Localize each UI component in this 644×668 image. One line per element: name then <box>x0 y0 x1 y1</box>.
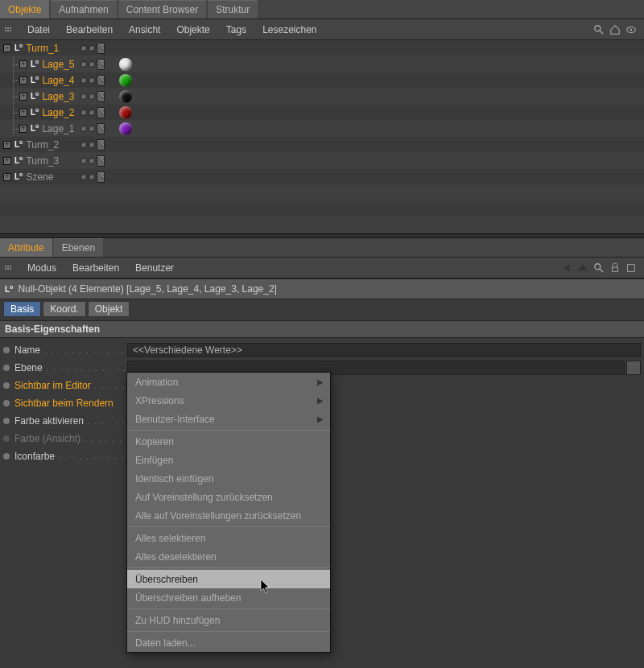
tree-item-label[interactable]: Lage_4 <box>42 75 74 86</box>
material-sphere-icon[interactable] <box>119 122 132 135</box>
eye-icon[interactable] <box>625 24 637 35</box>
up-arrow-icon[interactable] <box>577 262 588 274</box>
render-dot-icon[interactable] <box>89 109 95 116</box>
menu-item-auf-voreinstellung-zur-cksetzen[interactable]: Auf Voreinstellung zurücksetzen <box>127 488 330 506</box>
tree-item-label[interactable]: Turm_1 <box>26 43 59 54</box>
subtab-objekt[interactable]: Objekt <box>88 301 130 317</box>
tree-row[interactable]: +LoTurm_2 <box>0 137 644 153</box>
tree-item-label[interactable]: Turm_2 <box>26 139 59 151</box>
menu-item-animation[interactable]: Animation▶ <box>127 373 330 391</box>
prop-name-field[interactable]: <<Verschiedene Werte>> <box>127 343 641 357</box>
menu-item-daten-laden-[interactable]: Daten laden... <box>127 633 330 652</box>
back-arrow-icon[interactable] <box>561 262 572 274</box>
tab-aufnahmen[interactable]: Aufnahmen <box>51 0 116 19</box>
menu-ansicht[interactable]: Ansicht <box>121 24 168 35</box>
tree-row[interactable]: +LoTurm_3 <box>0 153 644 169</box>
tree-row[interactable]: +LoLage_3 <box>0 89 644 105</box>
visibility-dot-icon[interactable] <box>80 61 87 68</box>
layer-hatch-icon[interactable] <box>97 155 105 167</box>
tree-row[interactable]: +LoLage_1 <box>0 121 644 137</box>
visibility-dot-icon[interactable] <box>80 45 87 52</box>
menu-item-zu-hud-hinzuf-gen[interactable]: Zu HUD hinzufügen <box>127 611 330 629</box>
material-sphere-icon[interactable] <box>119 90 132 103</box>
tree-row[interactable]: +LoSzene <box>0 169 644 185</box>
subtab-basis[interactable]: Basis <box>3 301 41 317</box>
layer-hatch-icon[interactable] <box>97 75 105 86</box>
material-sphere-icon[interactable] <box>119 106 132 119</box>
layer-hatch-icon[interactable] <box>97 139 105 151</box>
expander-icon[interactable]: + <box>3 173 11 181</box>
visibility-dot-icon[interactable] <box>80 77 87 84</box>
tab-ebenen[interactable]: Ebenen <box>54 238 103 257</box>
menu-tags[interactable]: Tags <box>218 24 254 35</box>
render-dot-icon[interactable] <box>89 61 95 68</box>
tree-item-label[interactable]: Szene <box>26 171 53 183</box>
layer-picker-button[interactable] <box>626 361 641 375</box>
menu-item-einf-gen[interactable]: Einfügen <box>127 451 330 469</box>
menu-item-alles-deselektieren[interactable]: Alles deselektieren <box>127 547 330 566</box>
render-dot-icon[interactable] <box>89 158 95 164</box>
render-dot-icon[interactable] <box>89 142 95 148</box>
context-menu[interactable]: Animation▶XPressions▶Benutzer-Interface▶… <box>126 372 331 653</box>
search-icon[interactable] <box>593 24 605 35</box>
tree-item-label[interactable]: Lage_3 <box>42 91 74 102</box>
visibility-dot-icon[interactable] <box>80 142 87 148</box>
subtab-koord[interactable]: Koord. <box>43 301 85 317</box>
menu-item-kopieren[interactable]: Kopieren <box>127 432 330 451</box>
menu-item-xpressions[interactable]: XPressions▶ <box>127 391 330 410</box>
tab-content-browser[interactable]: Content Browser <box>118 0 206 19</box>
visibility-dot-icon[interactable] <box>80 158 87 164</box>
tree-row[interactable]: +LoLage_2 <box>0 105 644 121</box>
menu-bearbeiten[interactable]: Bearbeiten <box>58 24 121 35</box>
home-icon[interactable] <box>609 24 621 35</box>
visibility-dot-icon[interactable] <box>80 93 87 100</box>
layer-hatch-icon[interactable] <box>97 107 105 118</box>
menu-lesezeichen[interactable]: Lesezeichen <box>254 24 324 35</box>
layer-hatch-icon[interactable] <box>97 171 105 183</box>
visibility-dot-icon[interactable] <box>80 126 87 132</box>
menu-bearbeiten[interactable]: Bearbeiten <box>64 262 127 274</box>
null-object-icon: Lo <box>31 91 39 101</box>
lock-icon[interactable] <box>609 262 621 274</box>
menu-item--berschreiben[interactable]: Überschreiben <box>127 570 330 588</box>
visibility-dot-icon[interactable] <box>80 174 87 180</box>
menu-item--berschreiben-aufheben[interactable]: Überschreiben aufheben <box>127 588 330 607</box>
new-window-icon[interactable] <box>625 262 637 274</box>
tree-item-label[interactable]: Turm_3 <box>26 155 59 167</box>
visibility-dot-icon[interactable] <box>80 109 87 116</box>
search-icon[interactable] <box>593 262 605 274</box>
render-dot-icon[interactable] <box>89 45 95 52</box>
menu-item-benutzer-interface[interactable]: Benutzer-Interface▶ <box>127 410 330 428</box>
tree-item-label[interactable]: Lage_2 <box>42 107 74 118</box>
render-dot-icon[interactable] <box>89 77 95 84</box>
menu-item-identisch-einf-gen[interactable]: Identisch einfügen <box>127 469 330 488</box>
render-dot-icon[interactable] <box>89 126 95 132</box>
expander-icon[interactable]: + <box>3 157 11 165</box>
tab-attribute[interactable]: Attribute <box>0 238 52 257</box>
material-sphere-icon[interactable] <box>119 74 132 87</box>
tab-objekte[interactable]: Objekte <box>0 0 49 19</box>
layer-hatch-icon[interactable] <box>97 91 105 102</box>
tree-item-label[interactable]: Lage_5 <box>42 59 74 70</box>
menu-item-alle-auf-voreinstellungen-zur-cksetzen[interactable]: Alle auf Voreinstellungen zurücksetzen <box>127 506 330 525</box>
tree-item-label[interactable]: Lage_1 <box>42 123 74 134</box>
menu-datei[interactable]: Datei <box>19 24 58 35</box>
layer-hatch-icon[interactable] <box>97 123 105 134</box>
layer-hatch-icon[interactable] <box>97 59 105 70</box>
menu-benutzer[interactable]: Benutzer <box>127 262 182 274</box>
menu-item-alles-selektieren[interactable]: Alles selektieren <box>127 529 330 547</box>
tree-row[interactable]: -LoTurm_1 <box>0 40 644 56</box>
material-sphere-icon[interactable] <box>119 58 132 71</box>
render-dot-icon[interactable] <box>89 93 95 100</box>
expander-icon[interactable]: + <box>3 141 11 149</box>
expander-icon[interactable]: - <box>3 44 11 52</box>
tree-row[interactable]: +LoLage_4 <box>0 72 644 89</box>
layer-hatch-icon[interactable] <box>97 43 105 54</box>
menu-objekte[interactable]: Objekte <box>168 24 217 35</box>
render-dot-icon[interactable] <box>89 174 95 180</box>
object-tree[interactable]: -LoTurm_1+LoLage_5+LoLage_4+LoLage_3+LoL… <box>0 40 644 233</box>
menu-modus[interactable]: Modus <box>19 262 64 274</box>
bullet-icon <box>3 418 10 424</box>
tree-row[interactable]: +LoLage_5 <box>0 56 644 72</box>
tab-struktur[interactable]: Struktur <box>208 0 258 19</box>
